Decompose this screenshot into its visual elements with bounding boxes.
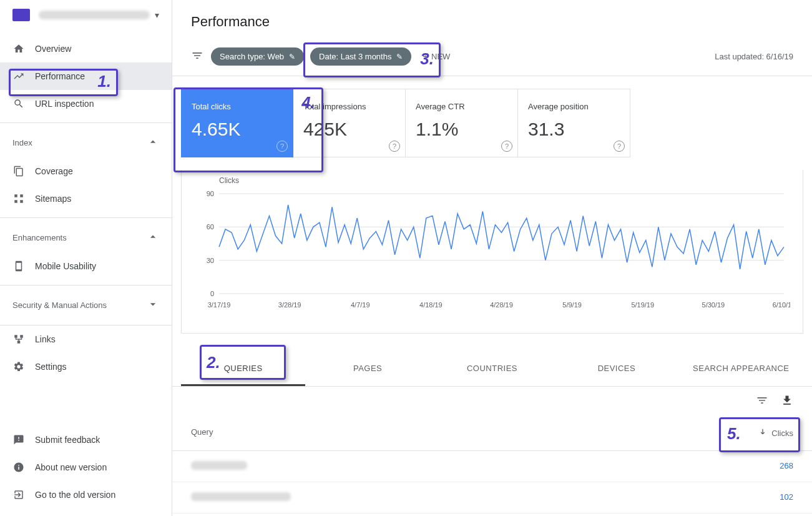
sidebar-section-enhancements[interactable]: Enhancements [0, 223, 172, 252]
metric-value: 4.65K [192, 119, 283, 140]
plus-icon: + [423, 52, 428, 61]
metric-value: 1.1% [416, 119, 507, 140]
sidebar-item-label: Go to the old version [35, 490, 115, 500]
svg-text:3/28/19: 3/28/19 [278, 301, 301, 309]
table-toolbar [172, 387, 812, 416]
sidebar-item-about[interactable]: About new version [0, 454, 172, 481]
svg-text:4/18/19: 4/18/19 [419, 301, 443, 309]
table-filter-icon[interactable] [756, 394, 768, 409]
chip-search-type[interactable]: Search type: Web ✎ [211, 47, 304, 66]
exit-icon [12, 489, 25, 501]
sort-down-icon [758, 427, 768, 439]
download-icon[interactable] [781, 394, 793, 409]
help-icon[interactable]: ? [614, 141, 625, 152]
metric-label: Total impressions [303, 102, 395, 111]
svg-rect-2 [17, 340, 21, 344]
sidebar: ▾ Overview Performance URL inspection [0, 0, 172, 516]
sidebar-item-mobile-usability[interactable]: Mobile Usability [0, 252, 172, 280]
help-icon[interactable]: ? [389, 141, 400, 152]
query-text-blurred [191, 461, 247, 470]
metric-card-avg-position[interactable]: Average position 31.3 ? [518, 89, 630, 157]
filter-bar: Search type: Web ✎ Date: Last 3 months ✎… [172, 41, 812, 76]
tab-countries[interactable]: COUNTRIES [430, 352, 554, 386]
sidebar-item-submit-feedback[interactable]: Submit feedback [0, 426, 172, 454]
col-header-clicks[interactable]: Clicks [758, 427, 793, 439]
chevron-up-icon [147, 231, 159, 245]
sidebar-section-security[interactable]: Security & Manual Actions [0, 290, 172, 320]
sidebar-item-label: Coverage [35, 166, 73, 176]
svg-rect-1 [20, 335, 23, 338]
sidebar-item-url-inspection[interactable]: URL inspection [0, 90, 172, 117]
svg-text:3/17/19: 3/17/19 [208, 301, 231, 309]
property-logo [12, 9, 30, 21]
links-icon [12, 333, 25, 345]
sitemap-icon [12, 192, 25, 205]
gear-icon [12, 360, 25, 373]
sidebar-item-performance[interactable]: Performance [0, 62, 172, 90]
search-icon [12, 97, 25, 110]
sidebar-item-label: Performance [35, 71, 85, 81]
sidebar-item-coverage[interactable]: Coverage [0, 157, 172, 185]
info-icon [12, 461, 25, 474]
svg-text:4/28/19: 4/28/19 [490, 301, 513, 309]
sidebar-item-settings[interactable]: Settings [0, 353, 172, 380]
sidebar-item-label: Overview [35, 44, 71, 54]
filter-icon[interactable] [191, 49, 203, 64]
svg-text:60: 60 [207, 223, 214, 231]
svg-text:4/7/19: 4/7/19 [351, 301, 370, 309]
metric-card-total-clicks[interactable]: Total clicks 4.65K ? [181, 89, 293, 157]
svg-rect-0 [14, 335, 17, 338]
tab-queries[interactable]: QUERIES [181, 352, 305, 386]
feedback-icon [12, 434, 25, 446]
metric-card-total-impressions[interactable]: Total impressions 425K ? [293, 89, 406, 157]
sidebar-item-overview[interactable]: Overview [0, 35, 172, 62]
chart-title: Clicks [194, 170, 790, 187]
clicks-value: 102 [780, 492, 793, 503]
svg-text:0: 0 [210, 290, 214, 297]
metric-label: Average position [528, 102, 620, 111]
svg-text:90: 90 [207, 190, 214, 197]
property-selector[interactable]: ▾ [0, 0, 172, 30]
sidebar-item-sitemaps[interactable]: Sitemaps [0, 185, 172, 212]
chevron-up-icon [147, 136, 159, 150]
tab-pages[interactable]: PAGES [305, 352, 429, 386]
help-icon[interactable]: ? [501, 141, 512, 152]
metric-label: Total clicks [192, 102, 283, 111]
table-row[interactable]: 102 [172, 482, 812, 514]
last-updated: Last updated: 6/16/19 [715, 52, 793, 61]
sidebar-item-links[interactable]: Links [0, 325, 172, 353]
sidebar-item-label: About new version [35, 462, 107, 472]
pencil-icon: ✎ [289, 52, 295, 61]
sidebar-item-old-version[interactable]: Go to the old version [0, 481, 172, 509]
help-icon[interactable]: ? [276, 141, 288, 152]
svg-text:30: 30 [207, 257, 214, 264]
chip-date[interactable]: Date: Last 3 months ✎ [310, 47, 411, 66]
clicks-value: 268 [780, 461, 793, 472]
metric-value: 425K [303, 119, 395, 140]
svg-text:5/30/19: 5/30/19 [702, 301, 725, 309]
tab-devices[interactable]: DEVICES [554, 352, 678, 386]
home-icon [12, 42, 25, 55]
sidebar-item-label: Links [35, 334, 56, 344]
sidebar-item-label: Sitemaps [35, 194, 71, 204]
query-text-blurred [191, 492, 291, 501]
table-header: Query Clicks [172, 416, 812, 451]
sidebar-item-label: Settings [35, 362, 67, 372]
chart-area: Clicks 03060903/17/193/28/194/7/194/18/1… [181, 170, 803, 334]
add-filter-button[interactable]: + NEW [423, 52, 450, 61]
table-row[interactable]: 268 [172, 451, 812, 482]
svg-text:5/19/19: 5/19/19 [631, 301, 654, 309]
metric-label: Average CTR [416, 102, 507, 111]
metric-card-avg-ctr[interactable]: Average CTR 1.1% ? [406, 89, 518, 157]
col-header-query: Query [191, 427, 758, 439]
pencil-icon: ✎ [396, 52, 403, 61]
dropdown-caret-icon: ▾ [155, 10, 159, 20]
tab-search-appearance[interactable]: SEARCH APPEARANCE [679, 352, 803, 386]
svg-text:6/10/19: 6/10/19 [773, 301, 790, 309]
chevron-down-icon [147, 298, 159, 312]
clicks-line-chart: 03060903/17/193/28/194/7/194/18/194/28/1… [194, 187, 790, 312]
phone-icon [12, 260, 25, 272]
property-name-blurred [39, 11, 150, 19]
sidebar-section-index[interactable]: Index [0, 128, 172, 157]
sidebar-item-label: URL inspection [35, 99, 94, 109]
